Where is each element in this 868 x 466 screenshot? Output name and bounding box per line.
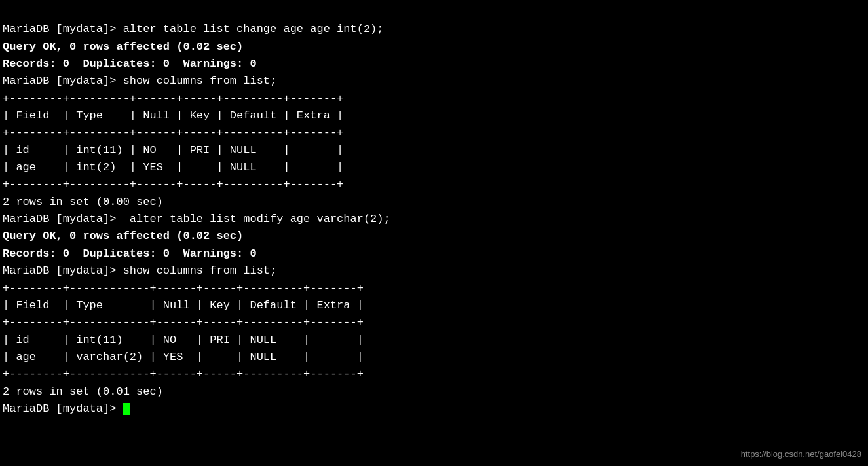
terminal-line: Query OK, 0 rows affected (0.02 sec) [3,39,865,56]
terminal-line: MariaDB [mydata]> [3,401,865,418]
terminal-line: +--------+---------+------+-----+-------… [3,90,865,107]
terminal-line: +--------+------------+------+-----+----… [3,280,865,297]
terminal-line: | Field | Type | Null | Key | Default | … [3,107,865,124]
terminal-line: | age | varchar(2) | YES | | NULL | | [3,349,865,366]
terminal-line: | age | int(2) | YES | | NULL | | [3,159,865,176]
terminal-line: Records: 0 Duplicates: 0 Warnings: 0 [3,56,865,73]
terminal-line: 2 rows in set (0.01 sec) [3,384,865,401]
terminal-line: 2 rows in set (0.00 sec) [3,194,865,211]
terminal-line: +--------+------------+------+-----+----… [3,314,865,331]
terminal-line: +--------+---------+------+-----+-------… [3,176,865,193]
terminal-line: MariaDB [mydata]> alter table list modif… [3,211,865,228]
terminal-line: MariaDB [mydata]> show columns from list… [3,73,865,90]
terminal-line: MariaDB [mydata]> show columns from list… [3,262,865,279]
terminal-line: | id | int(11) | NO | PRI | NULL | | [3,332,865,349]
terminal-line: +--------+------------+------+-----+----… [3,366,865,383]
terminal-line: MariaDB [mydata]> alter table list chang… [3,21,865,38]
terminal-line: | id | int(11) | NO | PRI | NULL | | [3,142,865,159]
terminal-line: Query OK, 0 rows affected (0.02 sec) [3,228,865,245]
terminal-line: +--------+---------+------+-----+-------… [3,124,865,141]
terminal-cursor [123,403,130,415]
terminal-window: MariaDB [mydata]> alter table list chang… [0,0,868,420]
terminal-line: | Field | Type | Null | Key | Default | … [3,297,865,314]
watermark: https://blog.csdn.net/gaofei0428 [741,448,861,461]
terminal-line: Records: 0 Duplicates: 0 Warnings: 0 [3,245,865,262]
